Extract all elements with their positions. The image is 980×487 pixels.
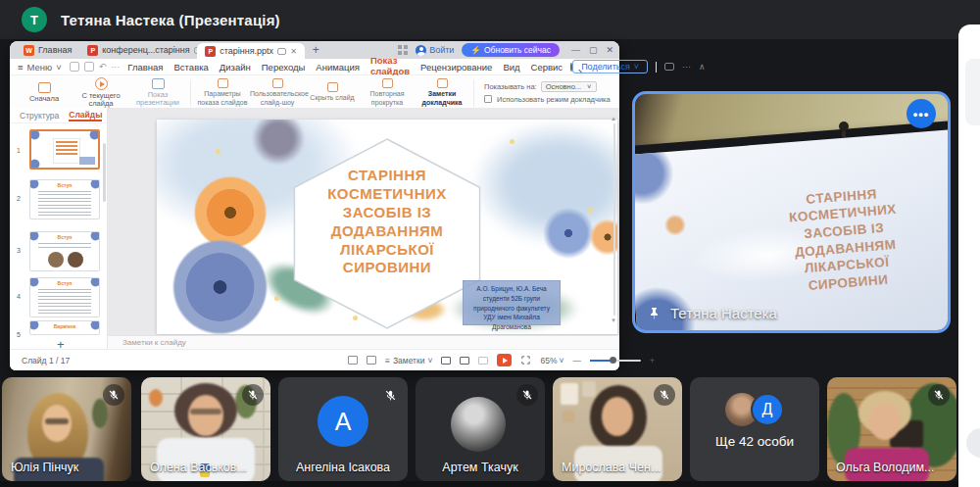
from-start-button[interactable]: Сначала xyxy=(16,82,73,103)
participant-avatar xyxy=(451,397,506,452)
zoom-level[interactable]: 65% ˅ xyxy=(540,356,564,365)
reading-view-icon[interactable] xyxy=(478,357,488,365)
more-people-tile[interactable]: Д Ще 42 особи xyxy=(690,377,819,481)
pin-icon xyxy=(647,306,662,320)
menu-design[interactable]: Дизайн xyxy=(220,61,251,73)
presenter-mode-checkbox[interactable] xyxy=(484,95,492,103)
zoom-slider[interactable] xyxy=(590,360,641,362)
more-actions-icon[interactable]: ··· xyxy=(111,62,120,72)
pinned-participant-tile[interactable]: СТАРІННЯ КОСМЕТИЧНИХ ЗАСОБІВ ІЗ ДОДАВАНН… xyxy=(632,91,951,333)
tab-outline[interactable]: Структура xyxy=(20,111,59,121)
slide-thumbnail[interactable] xyxy=(29,129,100,170)
mic-muted-icon xyxy=(928,384,950,406)
tab-slides[interactable]: Слайды xyxy=(69,110,102,122)
side-panel-card[interactable] xyxy=(965,59,980,125)
thumb-number: 3 xyxy=(17,247,21,254)
thumb-number: 2 xyxy=(17,195,21,202)
thumb-number: 1 xyxy=(17,147,21,154)
slide-editor[interactable]: СТАРІННЯ КОСМЕТИЧНИХ ЗАСОБІВ ІЗ ДОДАВАНН… xyxy=(157,120,617,334)
layout-icon[interactable] xyxy=(367,356,376,365)
mic-muted-icon xyxy=(654,384,675,406)
menu-home[interactable]: Главная xyxy=(127,61,163,73)
pinned-participant-name: Тетяна Настека xyxy=(670,305,777,321)
from-current-slide-button[interactable]: С текущего слайда xyxy=(73,77,129,109)
flower-decor xyxy=(632,140,676,208)
slide-thumbnail[interactable]: Барвінок xyxy=(29,320,100,335)
more-icon[interactable]: ··· xyxy=(682,62,691,72)
menu-tools[interactable]: Сервис xyxy=(531,61,564,73)
play-icon xyxy=(95,77,108,90)
rehearse-timings-button[interactable]: Повторная прокрутка xyxy=(360,78,415,106)
participant-tile[interactable]: Мирослава Чен... xyxy=(553,377,682,481)
slideshow-icon xyxy=(38,82,51,93)
monitor-select[interactable]: Основно... ˅ xyxy=(541,81,597,92)
zoom-out-button[interactable]: — xyxy=(572,356,581,365)
tv-slide-title: СТАРІННЯ КОСМЕТИЧНИХ ЗАСОБІВ ІЗ ДОДАВАНН… xyxy=(739,180,951,299)
theme-icon[interactable] xyxy=(348,356,358,365)
participant-tile[interactable]: Ольга Володим... xyxy=(827,377,956,481)
burger-icon: ≡ xyxy=(18,62,24,73)
participant-avatar: Д xyxy=(751,393,784,426)
slide-notes-input[interactable]: Заметки к слайду xyxy=(108,335,619,349)
menu-insert[interactable]: Вставка xyxy=(174,61,209,73)
fullscreen-icon[interactable] xyxy=(520,355,531,365)
presenter-banner-title: Тетяна Настека (Презентація) xyxy=(61,12,280,28)
slide-title[interactable]: СТАРІННЯ КОСМЕТИЧНИХ ЗАСОБІВ ІЗ ДОДАВАНН… xyxy=(294,167,480,277)
notes-icon xyxy=(437,78,448,88)
show-presentation-button[interactable]: Показ презентации xyxy=(129,78,186,108)
menu-animation[interactable]: Анимация xyxy=(316,61,360,73)
menu-review[interactable]: Рецензирование xyxy=(420,61,492,73)
panel-scrollbar[interactable] xyxy=(103,143,106,202)
participant-name: Ангеліна Ісакова xyxy=(278,461,408,474)
normal-view-icon[interactable] xyxy=(441,357,451,365)
undo-icon[interactable]: ↶ xyxy=(99,62,107,72)
close-window-icon[interactable]: ✕ xyxy=(606,45,613,55)
thumb-number: 5 xyxy=(17,331,21,338)
collapse-ribbon-icon[interactable]: ∧ xyxy=(699,62,706,72)
settings-icon xyxy=(218,78,228,88)
show-on-group: Показывать на: Основно... ˅ Использовать… xyxy=(478,81,611,104)
slide-thumbnail[interactable]: Вступ xyxy=(29,231,100,271)
print-icon[interactable] xyxy=(84,62,94,72)
authors-textbox[interactable]: А.О. Брицун, Ю.А. Беча студенти 52Б груп… xyxy=(463,280,561,325)
comments-icon[interactable] xyxy=(664,63,674,71)
monitor-icon xyxy=(152,78,165,89)
participant-tile[interactable]: Юлія Пінчук xyxy=(2,377,131,481)
participant-name: Ольга Володим... xyxy=(836,461,935,474)
menu-transitions[interactable]: Переходы xyxy=(262,61,306,73)
share-button[interactable]: Поделиться ˅ xyxy=(572,60,648,73)
chevron-down-icon: ˅ xyxy=(587,82,591,91)
hide-slide-button[interactable]: Скрыть слайд xyxy=(305,82,360,102)
participant-tile[interactable]: Артем Ткачук xyxy=(416,377,545,481)
notes-toggle[interactable]: ≡ Заметки ˅ xyxy=(385,356,432,365)
tv-camera-dot xyxy=(839,122,849,131)
slideshow-play-button[interactable] xyxy=(497,354,512,366)
tab-label: Главная xyxy=(38,45,72,55)
menu-view[interactable]: Вид xyxy=(503,61,519,73)
speaker-notes-button[interactable]: Заметки докладчика xyxy=(415,78,469,106)
zoom-in-button[interactable]: + xyxy=(650,356,655,365)
hide-slide-icon xyxy=(327,82,338,92)
document-area: Структура Слайды ‹ 1 xyxy=(10,108,619,349)
participant-tile[interactable]: А Ангеліна Ісакова xyxy=(278,377,408,481)
slide-thumbnail[interactable]: Вступ xyxy=(29,179,100,219)
canvas-scrollbar[interactable]: ▲ ▼ xyxy=(611,116,617,329)
presenter-avatar: Т xyxy=(22,7,47,32)
maximize-icon[interactable]: ▢ xyxy=(589,45,598,55)
custom-slideshow-button[interactable]: Пользовательское слайд-шоу xyxy=(250,78,305,106)
bottom-strip xyxy=(0,481,958,487)
participant-name: Артем Ткачук xyxy=(416,461,545,474)
wps-logo-icon: W xyxy=(24,45,34,56)
save-icon[interactable] xyxy=(70,62,79,72)
participant-tile[interactable]: Олена Васьков... xyxy=(141,377,270,481)
slideshow-settings-button[interactable]: Параметры показа слайдов xyxy=(195,78,250,106)
add-slide-button[interactable]: + xyxy=(57,337,65,349)
tab-wps-home[interactable]: W Главная xyxy=(16,41,79,59)
chevron-down-icon: ˅ xyxy=(56,62,62,73)
meet-stage: Т Тетяна Настека (Презентація) W Главная… xyxy=(0,0,980,487)
minimize-icon[interactable]: — xyxy=(571,45,580,55)
tile-more-options-button[interactable]: ••• xyxy=(906,99,936,128)
main-menu-button[interactable]: ≡ Меню ˅ xyxy=(18,62,62,73)
slide-thumbnail[interactable]: Вступ xyxy=(29,277,100,317)
slide-sorter-icon[interactable] xyxy=(460,357,469,365)
